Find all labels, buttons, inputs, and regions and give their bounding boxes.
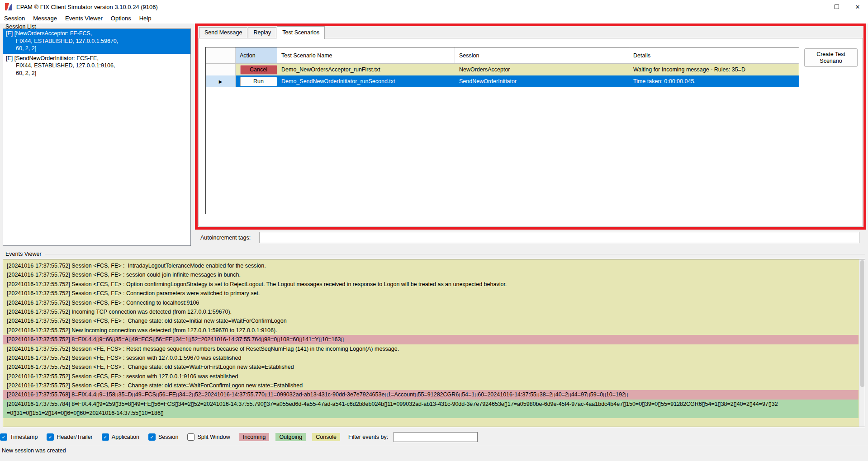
tab[interactable]: Replay [248, 27, 276, 38]
filter-checkbox-item[interactable]: ✓ Application [102, 433, 139, 441]
filter-checkbox-item[interactable]: ✓ Header/Trailer [47, 433, 92, 441]
log-line[interactable]: [20241016-17:37:55.752] Session <FE, FCS… [3, 362, 859, 372]
maximize-icon [835, 5, 839, 9]
close-icon: ✕ [855, 4, 860, 10]
legend-badge: Console [312, 433, 340, 441]
scenario-action-button[interactable]: Run [240, 77, 277, 86]
scenario-name-cell[interactable]: Demo_NewOrdersAcceptor_runFirst.txt [277, 64, 455, 75]
action-cell: Run [236, 75, 277, 87]
scenario-table: ActionTest Scenario NameSessionDetails ▶… [205, 47, 799, 214]
minimize-button[interactable] [806, 0, 826, 14]
autoincrement-tags-label: Autoincrement tags: [200, 235, 251, 241]
log-line[interactable]: [20241016-17:37:55.752] New incoming con… [3, 326, 859, 335]
scrollbar-thumb[interactable] [860, 260, 864, 387]
titlebar[interactable]: EPAM ® FIX Client Simulator version 3.10… [0, 0, 868, 14]
autoincrement-tags-input[interactable] [259, 232, 859, 243]
log-line[interactable]: [20241016-17:37:55.752] Session <FCS, FE… [3, 372, 859, 381]
events-toolbar: ✓ Timestamp ✓ Header/Trailer ✓ Applicati… [0, 430, 868, 444]
log-line[interactable]: [20241016-17:37:55.784] 8=FIX.4.4▯9=259▯… [3, 400, 859, 409]
log-line[interactable]: [20241016-17:37:55.752] Session <FCS, FE… [3, 261, 859, 270]
checkbox-label: Application [112, 434, 139, 440]
session-listbox[interactable]: [E] [NewOrdersAcceptor: FE-FCS, FIX44, E… [3, 28, 191, 246]
close-button[interactable]: ✕ [847, 0, 868, 14]
log-line[interactable]: [20241016-17:37:55.752] Session <FE, FCS… [3, 353, 859, 362]
checkbox-label: Session [158, 434, 178, 440]
check-icon: ✓ [150, 434, 154, 440]
filter-checkboxes: ✓ Timestamp ✓ Header/Trailer ✓ Applicati… [0, 433, 230, 441]
session-list-item[interactable]: [E] [SendNewOrderInitiator: FCS-FE, FIX4… [3, 54, 190, 79]
scenario-details-cell[interactable]: Time taken: 0:00:00.045. [629, 75, 799, 87]
filter-events-input[interactable] [394, 432, 478, 442]
column-header[interactable]: Session [455, 47, 629, 63]
session-line-2: FIX44, ESTABLISHED, 127.0.0.1:9106, [6, 62, 190, 70]
current-row-arrow-icon: ▶ [219, 79, 223, 84]
scenario-details-cell[interactable]: Waiting for Incoming message - Rules: 35… [629, 64, 799, 75]
session-list-item[interactable]: [E] [NewOrdersAcceptor: FE-FCS, FIX44, E… [3, 29, 190, 54]
row-selector-cell[interactable]: ▶ [206, 64, 236, 75]
session-line-3: 60, 2, 2] [6, 70, 190, 77]
create-test-scenario-button[interactable]: Create Test Scenario [804, 48, 858, 67]
scenario-name-cell[interactable]: Demo_SendNewOrderInitiator_runSecond.txt [277, 75, 455, 87]
log-line[interactable]: [20241016-17:37:55.752] 8=FIX.4.4▯9=66▯3… [3, 335, 859, 344]
menu-item[interactable]: Message [29, 14, 61, 24]
filter-checkbox-item[interactable]: ✓ Session [148, 433, 178, 441]
status-text: New session was created [2, 447, 66, 454]
minimize-icon [814, 7, 819, 7]
checkbox[interactable]: ✓ [47, 433, 54, 441]
log-line[interactable]: [20241016-17:37:55.752] Session <FE, FCS… [3, 344, 859, 353]
log-line[interactable]: [20241016-17:37:55.752] Session <FCS, FE… [3, 316, 859, 325]
scenario-session-cell[interactable]: SendNewOrderInitiator [455, 75, 629, 87]
log-line[interactable]: [20241016-17:37:55.752] Session <FCS, FE… [3, 280, 859, 289]
filter-checkbox-item[interactable]: ✓ Timestamp [0, 433, 38, 441]
session-line-1: [E] [SendNewOrderInitiator: FCS-FE, [6, 55, 190, 62]
scenario-session-cell[interactable]: NewOrdersAcceptor [455, 64, 629, 75]
menu-item[interactable]: Session [0, 14, 29, 24]
checkbox-label: Split Window [197, 434, 230, 440]
scenario-table-header: ActionTest Scenario NameSessionDetails [206, 47, 799, 64]
session-line-1: [E] [NewOrdersAcceptor: FE-FCS, [6, 30, 190, 38]
checkbox[interactable]: ✓ [187, 433, 194, 441]
check-icon: ✓ [1, 434, 5, 440]
events-log-panel: [20241016-17:37:55.752] Session <FCS, FE… [3, 259, 865, 427]
events-log-lines: [20241016-17:37:55.752] Session <FCS, FE… [3, 261, 859, 418]
checkbox-label: Timestamp [10, 434, 38, 440]
maximize-button[interactable] [826, 0, 847, 14]
scenario-row[interactable]: ▶ Run Demo_SendNewOrderInitiator_runSeco… [206, 75, 799, 87]
menu-item[interactable]: Events Viewer [61, 14, 107, 24]
menu-bar: SessionMessageEvents ViewerOptionsHelp [0, 14, 868, 24]
session-group-divider [42, 27, 191, 27]
status-bar: New session was created [0, 445, 868, 461]
log-line[interactable]: [20241016-17:37:55.752] Session <FCS, FE… [3, 381, 859, 390]
tab[interactable]: Send Message [199, 27, 247, 38]
column-header[interactable]: Details [629, 47, 799, 63]
checkbox[interactable]: ✓ [0, 433, 7, 441]
menu-item[interactable]: Help [135, 14, 156, 24]
check-icon: ✓ [103, 434, 107, 440]
row-selector-cell[interactable]: ▶ [206, 75, 236, 87]
tab[interactable]: Test Scenarios [277, 26, 325, 39]
log-line[interactable]: [20241016-17:37:55.752] Incoming TCP con… [3, 307, 859, 316]
checkbox-label: Header/Trailer [57, 434, 92, 440]
session-line-2: FIX44, ESTABLISHED, 127.0.0.1:59670, [6, 38, 190, 45]
window-title: EPAM ® FIX Client Simulator version 3.10… [16, 4, 158, 10]
checkbox[interactable]: ✓ [148, 433, 156, 441]
menu-item[interactable]: Options [107, 14, 135, 24]
scenario-row[interactable]: ▶ Cancel Demo_NewOrdersAcceptor_runFirst… [206, 64, 799, 75]
log-line[interactable]: [20241016-17:37:55.752] Session <FCS, FE… [3, 270, 859, 279]
filter-checkbox-item[interactable]: ✓ Split Window [187, 433, 230, 441]
events-group-divider [45, 254, 865, 254]
test-scenarios-panel: ActionTest Scenario NameSessionDetails ▶… [199, 38, 863, 226]
scenario-action-button[interactable]: Cancel [240, 65, 277, 75]
scenario-table-body: ▶ Cancel Demo_NewOrdersAcceptor_runFirst… [206, 64, 799, 87]
column-header[interactable]: Test Scenario Name [277, 47, 455, 63]
vertical-scrollbar[interactable] [859, 259, 865, 427]
app-logo-icon [5, 3, 13, 11]
log-line[interactable]: [20241016-17:37:55.752] Session <FCS, FE… [3, 289, 859, 298]
checkbox[interactable]: ✓ [102, 433, 109, 441]
events-viewer-label: Events Viewer [5, 251, 42, 257]
column-header[interactable]: Action [236, 47, 277, 63]
log-line[interactable]: =0▯31=0▯151=2▯14=0▯6=0▯60=20241016-14:37… [3, 409, 859, 418]
legend-badge: Incoming [239, 433, 270, 441]
log-line[interactable]: [20241016-17:37:55.752] Session <FCS, FE… [3, 298, 859, 307]
log-line[interactable]: [20241016-17:37:55.768] 8=FIX.4.4▯9=158▯… [3, 390, 859, 399]
